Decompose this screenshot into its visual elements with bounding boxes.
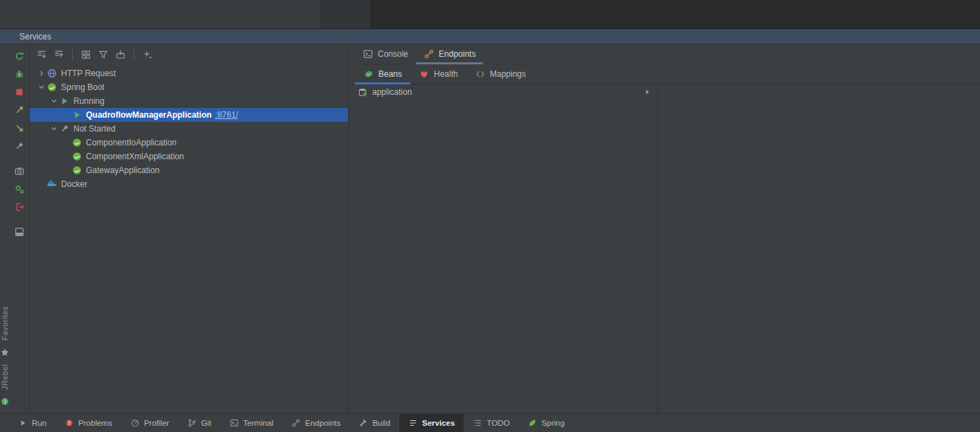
filter-icon bbox=[98, 49, 109, 60]
statusbar-item-problems[interactable]: Problems bbox=[55, 414, 121, 432]
hotswap-button[interactable] bbox=[14, 123, 25, 134]
subtab-mappings[interactable]: Mappings bbox=[466, 64, 534, 84]
tree-row[interactable]: QuadroflowManagerApplication:8761/ bbox=[30, 108, 348, 122]
statusbar-item-todo[interactable]: TODO bbox=[464, 414, 518, 432]
toolbar-separator bbox=[134, 49, 134, 60]
debug-button[interactable] bbox=[14, 69, 25, 80]
console-icon bbox=[362, 48, 374, 60]
mappings-icon bbox=[475, 69, 486, 80]
filter-button[interactable] bbox=[98, 49, 109, 60]
tree-item-label: Spring Boot bbox=[61, 82, 105, 92]
statusbar-item-run[interactable]: Run bbox=[9, 414, 55, 432]
editor-pane-left bbox=[0, 0, 322, 28]
wrench-icon bbox=[59, 123, 70, 134]
chevron-spacer bbox=[62, 165, 71, 176]
chevron-spacer bbox=[62, 151, 71, 162]
problems-icon bbox=[64, 418, 74, 428]
statusbar-item-endpoints[interactable]: Endpoints bbox=[282, 414, 349, 432]
chevron-right-icon[interactable] bbox=[37, 68, 46, 79]
tree-row[interactable]: Not Started bbox=[30, 122, 348, 136]
todo-icon bbox=[473, 418, 482, 428]
subtab-beans[interactable]: Beans bbox=[355, 64, 410, 84]
expand-detail-icon[interactable] bbox=[642, 87, 652, 97]
tree-row[interactable]: ComponentIoApplication bbox=[30, 136, 348, 150]
layout-button[interactable] bbox=[14, 226, 25, 237]
tab-label: Console bbox=[378, 49, 408, 59]
disconnect-icon bbox=[14, 201, 25, 213]
spring-boot-icon bbox=[71, 151, 82, 162]
chevron-down-icon[interactable] bbox=[49, 123, 59, 134]
left-tool-stripe: Favorites JRebel bbox=[0, 44, 10, 413]
status-bar: RunProblemsProfilerGitTerminalEndpointsB… bbox=[0, 413, 980, 432]
chevron-down-icon[interactable] bbox=[37, 82, 46, 93]
tree-row[interactable]: GatewayApplication bbox=[30, 163, 348, 177]
jrebel-stripe-button[interactable]: JRebel bbox=[1, 364, 9, 390]
tree-item-label: Running bbox=[73, 96, 105, 106]
add-button[interactable] bbox=[142, 49, 153, 60]
statusbar-item-spring[interactable]: Spring bbox=[518, 414, 573, 432]
http-request-icon bbox=[46, 68, 58, 79]
service-details-pane: ConsoleEndpoints BeansHealthMappings app… bbox=[349, 44, 980, 413]
tree-item-port-link[interactable]: :8761/ bbox=[215, 110, 238, 120]
statusbar-item-label: Run bbox=[32, 419, 46, 427]
tree-row[interactable]: Docker bbox=[30, 177, 348, 191]
rerun-icon bbox=[14, 51, 25, 62]
expand-all-button[interactable] bbox=[36, 49, 47, 60]
toolbar-separator bbox=[72, 49, 73, 60]
jrebel-icon[interactable] bbox=[0, 397, 10, 406]
restart-icon bbox=[14, 105, 25, 116]
services-toolwindow-title: Services bbox=[19, 32, 51, 42]
thread-dump-button[interactable] bbox=[14, 165, 25, 177]
tab-endpoints[interactable]: Endpoints bbox=[416, 44, 483, 64]
services-tree: HTTP RequestSpring BootRunningQuadroflow… bbox=[30, 65, 348, 413]
spring-boot-icon bbox=[71, 137, 82, 148]
terminal-icon bbox=[229, 418, 239, 428]
spring-boot-icon bbox=[46, 82, 58, 93]
layout-icon bbox=[14, 226, 25, 237]
statusbar-item-label: Endpoints bbox=[305, 419, 340, 427]
tab-console[interactable]: Console bbox=[355, 44, 416, 64]
tree-row[interactable]: Running bbox=[30, 94, 348, 108]
subtab-health[interactable]: Health bbox=[410, 64, 466, 84]
debug-icon bbox=[14, 69, 25, 80]
rerun-button[interactable] bbox=[14, 51, 25, 62]
docker-icon bbox=[46, 179, 58, 190]
settings-button[interactable] bbox=[14, 183, 25, 195]
statusbar-item-terminal[interactable]: Terminal bbox=[220, 414, 282, 432]
locate-button[interactable] bbox=[115, 49, 126, 60]
tree-row[interactable]: ComponentXmlApplication bbox=[30, 150, 348, 163]
statusbar-item-services[interactable]: Services bbox=[399, 414, 464, 432]
group-button[interactable] bbox=[80, 49, 91, 60]
statusbar-item-profiler[interactable]: Profiler bbox=[121, 414, 178, 432]
editor-area bbox=[0, 0, 980, 28]
editor-pane-center bbox=[322, 0, 371, 28]
statusbar-item-git[interactable]: Git bbox=[178, 414, 220, 432]
tree-item-label: Not Started bbox=[73, 124, 116, 134]
run-toolbar bbox=[10, 44, 30, 413]
wrench-icon bbox=[14, 141, 25, 152]
star-icon[interactable] bbox=[0, 348, 10, 357]
statusbar-item-build[interactable]: Build bbox=[349, 414, 399, 432]
spring-boot-icon bbox=[71, 165, 82, 176]
bean-row[interactable]: application bbox=[349, 84, 657, 100]
beans-list-pane: application bbox=[349, 84, 658, 413]
services-toolwindow-header[interactable]: Services bbox=[0, 28, 980, 44]
run-gray-icon bbox=[18, 418, 28, 428]
collapse-all-button[interactable] bbox=[53, 49, 64, 60]
endpoints-orange-icon bbox=[423, 48, 435, 60]
disconnect-button[interactable] bbox=[14, 201, 25, 213]
restart-button[interactable] bbox=[14, 105, 25, 116]
favorites-stripe-button[interactable]: Favorites bbox=[1, 306, 9, 341]
tree-row[interactable]: Spring Boot bbox=[30, 80, 348, 94]
stop-button[interactable] bbox=[14, 87, 25, 98]
health-icon bbox=[419, 69, 430, 80]
bean-icon bbox=[357, 87, 368, 98]
chevron-down-icon[interactable] bbox=[49, 96, 59, 107]
expand-all-icon bbox=[36, 49, 47, 60]
tree-row[interactable]: HTTP Request bbox=[30, 66, 348, 80]
wrench-button[interactable] bbox=[14, 141, 25, 152]
settings-icon bbox=[14, 183, 25, 195]
hotswap-icon bbox=[14, 123, 25, 134]
add-icon bbox=[142, 49, 153, 60]
chevron-spacer bbox=[62, 109, 71, 120]
